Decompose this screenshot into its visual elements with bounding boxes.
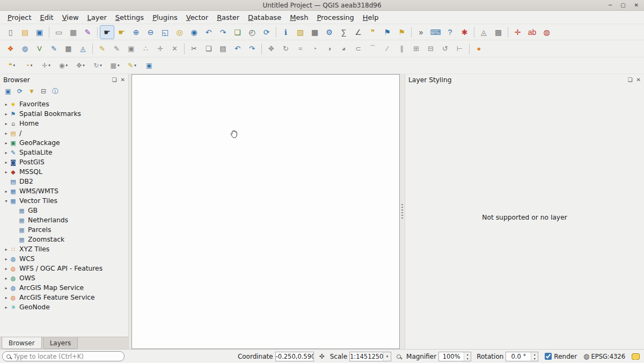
vertex-tool-button[interactable]: ✛ xyxy=(153,42,167,56)
expander-icon[interactable]: ▸ xyxy=(3,112,9,117)
messages-icon[interactable] xyxy=(632,353,640,360)
spin-up-icon[interactable]: ▴ xyxy=(464,352,471,357)
expander-icon[interactable]: ▸ xyxy=(3,257,9,262)
toggle-editing-button[interactable]: ✎ xyxy=(109,42,124,56)
coordinate-input[interactable] xyxy=(275,352,314,361)
panel-tab-layers[interactable]: Layers xyxy=(43,337,78,349)
collapse-all-button[interactable]: ⊟ xyxy=(38,86,49,97)
new-spatial-bookmark-button[interactable]: ⚑ xyxy=(380,25,394,39)
undo-button[interactable]: ↶ xyxy=(230,42,245,56)
menu-settings[interactable]: Settings xyxy=(111,11,148,24)
panel-tab-browser[interactable]: Browser xyxy=(2,337,42,349)
tree-item-parcels[interactable]: ▦Parcels xyxy=(0,225,128,235)
tree-item-arcgis-feature-service[interactable]: ▸◍ArcGIS Feature Service xyxy=(0,293,128,302)
delete-selected-button[interactable]: ✕ xyxy=(167,42,182,56)
spin-down-icon[interactable]: ▾ xyxy=(531,357,538,361)
add-selected-layers-button[interactable]: ▣ xyxy=(2,86,14,97)
labeling-abc-button[interactable]: ab xyxy=(525,25,539,39)
move-label-button[interactable]: ✥▾ xyxy=(72,59,89,72)
tree-item-gb[interactable]: ▦GB xyxy=(0,206,128,215)
layer-styling-close-button[interactable]: ✕ xyxy=(636,77,641,83)
menu-raster[interactable]: Raster xyxy=(213,11,244,24)
show-spatial-bookmarks-button[interactable]: ⚑ xyxy=(394,25,409,39)
osm-place-search-button[interactable]: ● xyxy=(472,42,486,56)
temporal-controller-button[interactable]: ◴ xyxy=(245,25,259,39)
tree-item-wms-wmts[interactable]: ▸▦WMS/WMTS xyxy=(0,186,128,196)
minimize-button[interactable]: ─ xyxy=(609,2,612,8)
new-spatialite-layer-button[interactable]: ✎ xyxy=(47,42,61,56)
rotation-input[interactable] xyxy=(506,352,531,361)
expander-icon[interactable]: ▸ xyxy=(3,286,9,291)
style-manager-button[interactable]: ✎ xyxy=(80,25,95,39)
panel-splitter[interactable] xyxy=(400,74,405,349)
zoom-next-button[interactable]: ↷ xyxy=(216,25,230,39)
select-features-button[interactable]: ▧ xyxy=(293,25,308,39)
dropdown-arrow-icon[interactable]: ▾ xyxy=(100,63,102,68)
magnifier-spinbox[interactable]: ▴ ▾ xyxy=(438,352,471,361)
tree-item-postgis[interactable]: ▸◙PostGIS xyxy=(0,157,128,167)
tree-item-netherlands[interactable]: ▦Netherlands xyxy=(0,215,128,225)
rotation-spinbox[interactable]: ▴ ▾ xyxy=(506,352,538,361)
tree-item-arcgis-map-service[interactable]: ▸◍ArcGIS Map Service xyxy=(0,283,128,293)
save-project-button[interactable]: ▣ xyxy=(32,25,47,39)
fill-ring-button[interactable]: ◕ xyxy=(336,42,351,56)
locator-input[interactable] xyxy=(13,353,120,360)
menu-view[interactable]: View xyxy=(58,11,83,24)
redo-button[interactable]: ↷ xyxy=(245,42,259,56)
zoom-full-button[interactable]: ◱ xyxy=(158,25,172,39)
tree-item-home[interactable]: ▸⌂Home xyxy=(0,119,128,128)
annotation-tools-button[interactable]: ✎▾ xyxy=(123,59,141,72)
zoom-to-selection-button[interactable]: ◎ xyxy=(172,25,187,39)
render-checkbox[interactable] xyxy=(545,353,552,360)
simplify-feature-button[interactable]: ≈ xyxy=(293,42,308,56)
pan-map-button[interactable]: ☛ xyxy=(100,25,114,39)
add-ring-button[interactable]: ◔ xyxy=(308,42,322,56)
expander-icon[interactable]: ▸ xyxy=(3,295,9,300)
measure-line-button[interactable]: ∠ xyxy=(351,25,365,39)
expander-icon[interactable]: ▸ xyxy=(3,160,9,165)
tree-item-geopackage[interactable]: ▸▣GeoPackage xyxy=(0,138,128,148)
dropdown-arrow-icon[interactable]: ▾ xyxy=(48,63,50,68)
python-console-button[interactable]: ⌨ xyxy=(428,25,443,39)
menu-database[interactable]: Database xyxy=(244,11,286,24)
trim-extend-button[interactable]: ⊢ xyxy=(452,42,467,56)
identify-features-button[interactable]: ℹ xyxy=(279,25,293,39)
dropdown-arrow-icon[interactable]: ▾ xyxy=(118,63,120,68)
reshape-features-button[interactable]: ⊂ xyxy=(351,42,365,56)
extents-toggle-icon[interactable]: ✜ xyxy=(319,353,325,360)
tree-item-spatialite[interactable]: ▸✎SpatiaLite xyxy=(0,148,128,157)
cut-features-button[interactable]: ✂ xyxy=(187,42,201,56)
report-bug-button[interactable]: ✱ xyxy=(457,25,472,39)
crs-globe-icon[interactable]: ◍ xyxy=(583,352,589,360)
add-point-feature-button[interactable]: ∴ xyxy=(138,42,153,56)
merge-features-button[interactable]: ⊞ xyxy=(409,42,423,56)
menu-vector[interactable]: Vector xyxy=(182,11,213,24)
split-features-button[interactable]: ∕ xyxy=(380,42,394,56)
expander-icon[interactable]: ▸ xyxy=(3,276,9,281)
scale-combo[interactable]: ▾ xyxy=(349,352,391,361)
open-attribute-table-button[interactable]: ▦ xyxy=(308,25,322,39)
dropdown-arrow-icon[interactable]: ▾ xyxy=(13,63,15,68)
crs-status[interactable]: EPSG:4326 xyxy=(591,353,625,360)
new-print-layout-button[interactable]: ▭ xyxy=(52,25,66,39)
layer-diagram-options-button[interactable]: ◔▾ xyxy=(20,59,38,72)
rotation-spin-arrows[interactable]: ▴ ▾ xyxy=(531,352,538,361)
tree-item-db2[interactable]: ▤DB2 xyxy=(0,177,128,186)
toolbar-extension-button[interactable]: » xyxy=(414,25,428,39)
refresh-map-button[interactable]: ⟳ xyxy=(259,25,274,39)
save-layer-edits-button[interactable]: ▣ xyxy=(124,42,138,56)
pan-to-selection-button[interactable]: ☛ xyxy=(114,25,129,39)
georeferencer-button[interactable]: ✛ xyxy=(510,25,525,39)
dropdown-arrow-icon[interactable]: ▾ xyxy=(31,63,33,68)
osm-search-button[interactable]: ◍ xyxy=(539,25,554,39)
data-source-manager-button[interactable]: ❖ xyxy=(3,42,18,56)
current-edits-button[interactable]: ✎ xyxy=(95,42,109,56)
layer-styling-float-button[interactable]: ❏ xyxy=(628,77,633,83)
dropdown-arrow-icon[interactable]: ▾ xyxy=(65,63,68,68)
form-annotation-button[interactable]: ▣ xyxy=(141,59,158,72)
zoom-to-layer-button[interactable]: ◉ xyxy=(187,25,201,39)
magnifier-spin-arrows[interactable]: ▴ ▾ xyxy=(464,352,471,361)
tree-item-wcs[interactable]: ▸◍WCS xyxy=(0,254,128,264)
maximize-button[interactable]: ▢ xyxy=(620,2,625,8)
scale-input[interactable] xyxy=(350,352,383,361)
